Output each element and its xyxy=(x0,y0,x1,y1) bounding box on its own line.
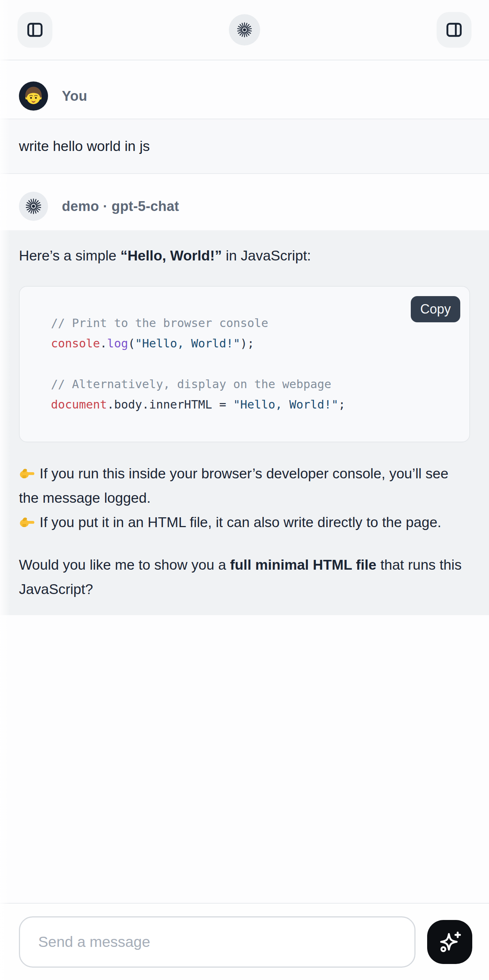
code-content: // Print to the browser consoleconsole.l… xyxy=(51,313,455,415)
send-button[interactable] xyxy=(427,920,472,964)
tip-line: If you run this inside your browser’s de… xyxy=(19,461,470,510)
top-bar xyxy=(0,0,489,60)
assistant-message-header: demo · gpt-5-chat xyxy=(0,192,489,221)
conversation: You write hello world in js xyxy=(0,61,489,615)
code-line xyxy=(51,353,455,374)
person-emoji xyxy=(19,81,48,111)
user-message-text: write hello world in js xyxy=(19,138,150,154)
user-avatar xyxy=(19,81,48,111)
panel-right-icon xyxy=(444,21,464,39)
code-line: // Alternatively, display on the webpage xyxy=(51,374,455,395)
user-message-bubble: write hello world in js xyxy=(0,119,489,174)
assistant-question-paragraph: Would you like me to show you a full min… xyxy=(19,552,470,601)
chat-app: You write hello world in js xyxy=(0,0,489,980)
panel-left-icon xyxy=(25,21,45,39)
starburst-icon xyxy=(236,22,253,38)
assistant-message-body: Here’s a simple “Hello, World!” in JavaS… xyxy=(0,230,489,615)
point-right-emoji xyxy=(19,514,35,530)
point-right-emoji xyxy=(19,465,35,481)
model-logo-button[interactable] xyxy=(229,14,260,46)
assistant-tips-paragraph: If you run this inside your browser’s de… xyxy=(19,461,470,535)
message-input[interactable] xyxy=(19,916,416,967)
composer-bar xyxy=(0,903,489,980)
tip-line: If you put it in an HTML file, it can al… xyxy=(19,510,470,535)
sidebar-toggle-button[interactable] xyxy=(18,12,53,48)
user-message-header: You xyxy=(0,81,489,111)
assistant-intro-paragraph: Here’s a simple “Hello, World!” in JavaS… xyxy=(19,243,470,268)
right-panel-toggle-button[interactable] xyxy=(436,12,471,48)
code-line: console.log("Hello, World!"); xyxy=(51,333,455,353)
sparkle-icon xyxy=(436,929,463,955)
starburst-icon xyxy=(25,198,42,215)
code-line: // Print to the browser console xyxy=(51,313,455,333)
code-line: document.body.innerHTML = "Hello, World!… xyxy=(51,395,455,415)
assistant-avatar xyxy=(19,192,48,221)
user-sender-name: You xyxy=(62,88,87,104)
code-block: Copy // Print to the browser consolecons… xyxy=(19,286,470,442)
copy-code-button[interactable]: Copy xyxy=(411,296,460,322)
assistant-sender-name: demo · gpt-5-chat xyxy=(62,199,179,214)
